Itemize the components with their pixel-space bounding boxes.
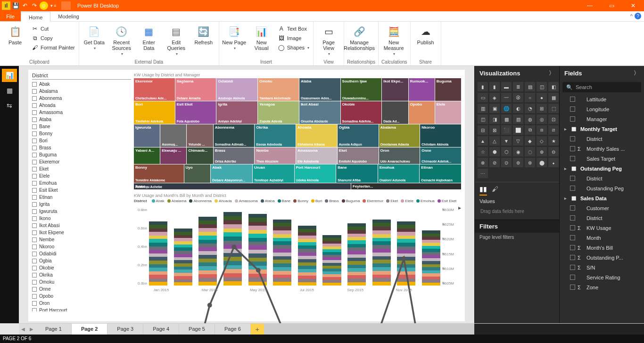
treemap-tile[interactable]: IgritaAniyan Adebiyi <box>216 101 257 124</box>
field-item[interactable]: Oustanding Peg <box>561 183 643 193</box>
treemap-tile[interactable]: AhoadaEbhalema Aikana <box>296 124 337 147</box>
format-well-icon[interactable]: 🖌 <box>492 185 498 196</box>
viz-type-icon[interactable]: ⬢ <box>489 147 500 156</box>
redo-icon[interactable]: ↷ <box>30 1 39 10</box>
checkbox-icon[interactable] <box>570 186 575 191</box>
checkbox-icon[interactable] <box>32 131 37 136</box>
viz-type-icon[interactable]: ⊠ <box>489 125 500 135</box>
viz-type-icon[interactable]: ⬜ <box>513 125 523 135</box>
checkbox-icon[interactable] <box>570 136 575 141</box>
checkbox-icon[interactable] <box>32 202 37 207</box>
fields-search[interactable]: 🔍Search <box>562 82 641 92</box>
save-icon[interactable]: 💾 <box>11 1 20 10</box>
page-tab[interactable]: Page 1 <box>36 324 72 335</box>
treemap-tile[interactable]: Southern IjawOluwadunminu... <box>341 78 382 101</box>
smiley-icon[interactable]: ☺ <box>40 1 48 10</box>
bar-column[interactable] <box>223 212 242 286</box>
treemap-tile[interactable]: Uyo <box>184 164 211 183</box>
edit-queries-button[interactable]: ▤Edit Queries <box>164 23 189 56</box>
slicer-item[interactable]: Omoku <box>32 278 131 286</box>
bar-column[interactable] <box>149 221 167 286</box>
checkbox-icon[interactable] <box>570 245 575 250</box>
viz-type-icon[interactable]: ▤ <box>525 82 535 91</box>
checkbox-icon[interactable] <box>32 287 37 292</box>
file-menu[interactable]: File <box>0 11 21 21</box>
viz-type-icon[interactable]: ☆ <box>478 147 488 156</box>
tab-modeling[interactable]: Modeling <box>50 11 87 21</box>
page-tab[interactable]: Page 2 <box>72 324 107 335</box>
legend-item[interactable]: Amassoma <box>235 199 258 203</box>
viz-type-icon[interactable]: ▮ <box>489 82 500 91</box>
viz-type-icon[interactable]: ▼ <box>501 136 512 146</box>
treemap-visual[interactable]: KW Usage by District and Manager Ekeremo… <box>134 73 461 189</box>
treemap-tile[interactable]: Ekwuaju ... <box>160 147 186 164</box>
bar-column[interactable] <box>298 226 316 286</box>
viz-type-icon[interactable]: ≣ <box>513 82 523 91</box>
slicer-item[interactable]: Esit Eket <box>32 187 131 194</box>
data-view-icon[interactable]: ▦ <box>2 84 17 97</box>
checkbox-icon[interactable] <box>570 106 575 112</box>
viz-type-icon[interactable]: ⊙ <box>501 158 512 167</box>
treemap-tile[interactable]: OkobieSomadina Adefola... <box>341 101 382 124</box>
publish-button[interactable]: ☁Publish <box>413 23 438 45</box>
viz-type-icon[interactable]: ▧ <box>513 114 523 124</box>
viz-type-icon[interactable]: ⋯ <box>478 169 488 178</box>
checkbox-icon[interactable] <box>32 237 37 242</box>
viz-type-icon[interactable]: ◍ <box>525 114 535 124</box>
viz-type-icon[interactable]: ◆ <box>525 136 535 146</box>
checkbox-icon[interactable] <box>32 96 37 101</box>
page-view-button[interactable]: ▭Page View <box>316 23 341 56</box>
viz-type-icon[interactable]: ⬥ <box>548 158 559 167</box>
treemap-tile[interactable]: OgbiaAyoola Adigun <box>338 124 379 147</box>
checkbox-icon[interactable] <box>32 181 37 186</box>
collapse-fields-icon[interactable]: 〉 <box>634 69 639 77</box>
treemap-tile[interactable]: Opobo <box>409 101 435 124</box>
viz-type-icon[interactable]: ◎ <box>537 114 547 124</box>
viz-type-icon[interactable]: ▭ <box>478 93 488 102</box>
model-view-icon[interactable]: ⇆ <box>2 99 17 112</box>
treemap-tile[interactable]: Ikot AbasiOnuoha Abolanle <box>299 101 340 124</box>
treemap-tile[interactable]: Buguma <box>435 78 461 101</box>
treemap-tile[interactable]: EkeremorChetachukwu Ade... <box>134 78 175 101</box>
checkbox-icon[interactable] <box>32 188 37 193</box>
viz-type-icon[interactable]: ⊖ <box>548 147 559 156</box>
slicer-item[interactable]: Ahoada <box>32 102 131 109</box>
treemap-tile[interactable]: Feyisetan... <box>351 183 461 189</box>
slicer-item[interactable]: Ikono <box>32 215 131 222</box>
collapse-viz-icon[interactable]: 〉 <box>549 69 554 77</box>
viz-type-icon[interactable]: ◈ <box>489 93 500 102</box>
image-button[interactable]: 🖼Image <box>277 34 310 42</box>
slicer-item[interactable]: Bane <box>32 123 131 130</box>
legend-item[interactable]: Abonnema <box>189 199 212 203</box>
viz-type-icon[interactable]: ◐ <box>513 104 523 113</box>
checkbox-icon[interactable] <box>570 97 575 102</box>
checkbox-icon[interactable] <box>570 215 575 220</box>
combo-chart-visual[interactable]: KW Usage and Month's Bill by Month and D… <box>134 193 461 318</box>
legend-item[interactable]: Brass <box>325 199 339 203</box>
help-icon[interactable]: ? <box>635 13 641 19</box>
page-tab[interactable]: Page 6 <box>215 324 251 335</box>
viz-type-icon[interactable]: ⊟ <box>478 125 488 135</box>
viz-type-icon[interactable]: ◨ <box>489 114 500 124</box>
treemap-tile[interactable]: Chimaob... <box>187 147 213 164</box>
bar-column[interactable] <box>174 229 192 286</box>
treemap-tile[interactable]: Port HarcourtUdoka Akinola <box>295 164 336 183</box>
bar-column[interactable] <box>347 223 366 286</box>
field-item[interactable]: Service Rating <box>561 272 643 282</box>
close-icon[interactable]: ✕ <box>622 0 644 11</box>
slicer-item[interactable]: Ikot Abasi <box>32 222 131 229</box>
treemap-tile[interactable]: Ikot Ekpe... <box>382 78 408 101</box>
treemap-tile[interactable]: BoriTimilehin Adekola <box>134 101 175 124</box>
viz-type-icon[interactable]: ★ <box>548 136 559 146</box>
checkbox-icon[interactable] <box>32 167 37 172</box>
field-item[interactable]: Longitude <box>561 104 643 114</box>
bar-column[interactable] <box>273 220 291 286</box>
new-page-button[interactable]: 📑New Page <box>222 23 247 50</box>
viz-type-icon[interactable]: ▦ <box>548 93 559 102</box>
viz-type-icon[interactable]: ⊕ <box>537 147 547 156</box>
checkbox-icon[interactable] <box>32 252 37 256</box>
treemap-tile[interactable]: Yetunde ... <box>187 124 213 147</box>
viz-type-icon[interactable]: ▣ <box>489 104 500 113</box>
checkbox-icon[interactable] <box>570 265 575 270</box>
checkbox-icon[interactable] <box>32 209 37 214</box>
